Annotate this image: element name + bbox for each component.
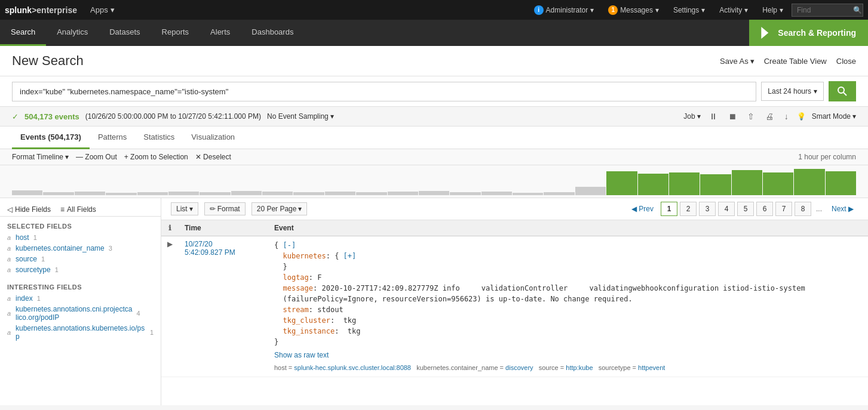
nav-analytics[interactable]: Analytics	[46, 20, 99, 46]
footer-sourcetype[interactable]: httpevent	[638, 364, 665, 371]
timeline-bar[interactable]	[513, 193, 543, 195]
timeline-bar[interactable]	[43, 192, 73, 195]
timeline-bar[interactable]	[481, 192, 512, 195]
field-name-source[interactable]: source	[16, 255, 37, 263]
field-name-sourcetype[interactable]: sourcetype	[16, 266, 51, 274]
nav-dashboards[interactable]: Dashboards	[241, 20, 304, 46]
page-8-button[interactable]: 8	[795, 202, 811, 216]
timeline-bar[interactable]	[544, 192, 574, 195]
search-bar-container: Last 24 hours ▾	[0, 76, 868, 107]
page-5-button[interactable]: 5	[737, 202, 754, 216]
page-6-button[interactable]: 6	[756, 202, 773, 216]
event-time[interactable]: 10/27/20 5:42:09.827 PM	[179, 236, 268, 377]
timeline-bar[interactable]	[356, 192, 387, 195]
download-icon[interactable]: ↓	[782, 110, 791, 122]
list-button[interactable]: List ▾	[171, 202, 198, 215]
page-4-button[interactable]: 4	[718, 202, 735, 216]
tab-events[interactable]: Events (504,173)	[12, 127, 90, 149]
field-name-psp[interactable]: kubernetes.annotations.kubernetes.io/psp	[16, 324, 146, 341]
timeline-bar[interactable]	[293, 192, 324, 195]
timeline-bar[interactable]	[200, 192, 230, 195]
search-button[interactable]	[829, 81, 856, 101]
find-input[interactable]	[797, 6, 851, 14]
timeline-bar[interactable]	[763, 172, 793, 195]
interesting-fields-title: INTERESTING FIELDS	[0, 281, 161, 293]
timeline-bar[interactable]	[826, 171, 856, 195]
print-icon[interactable]: 🖨	[763, 110, 776, 122]
job-button[interactable]: Job ▾	[683, 112, 700, 121]
table-header-row: ℹ Time Event	[161, 220, 868, 236]
timeline-bar[interactable]	[106, 193, 136, 195]
tab-patterns[interactable]: Patterns	[90, 127, 135, 149]
timeline-bar[interactable]	[75, 192, 105, 195]
close-button[interactable]: Close	[836, 57, 856, 66]
nav-help[interactable]: Help ▾	[756, 4, 789, 17]
timeline-bar[interactable]	[638, 174, 668, 195]
page-2-button[interactable]: 2	[680, 202, 697, 216]
footer-source[interactable]: http:kube	[566, 364, 593, 371]
timeline-bar[interactable]	[450, 192, 480, 195]
footer-container[interactable]: discovery	[505, 364, 533, 371]
timeline-bar[interactable]	[606, 171, 637, 195]
search-input[interactable]	[12, 82, 756, 101]
zoom-to-selection-button[interactable]: + Zoom to Selection	[124, 153, 188, 161]
nav-reports[interactable]: Reports	[151, 20, 200, 46]
timeline-bar[interactable]	[168, 192, 199, 195]
smart-mode-button[interactable]: Smart Mode ▾	[812, 112, 856, 121]
share-icon[interactable]: ⇧	[745, 110, 757, 122]
timeline-bar[interactable]	[575, 187, 606, 195]
timeline-bar[interactable]	[231, 191, 262, 195]
field-name-container[interactable]: kubernetes.container_name	[16, 244, 105, 252]
timeline-bar[interactable]	[325, 192, 355, 195]
next-button[interactable]: Next ▶	[827, 202, 858, 215]
timeline-bar[interactable]	[669, 172, 700, 195]
timeline-bar[interactable]	[137, 192, 168, 195]
search-reporting-button[interactable]: Search & Reporting	[749, 20, 868, 46]
nav-apps[interactable]: Apps ▾	[84, 0, 121, 20]
expand-icon[interactable]: ▶	[161, 236, 179, 377]
timeline-bar[interactable]	[700, 174, 731, 195]
timeline-chart[interactable]	[0, 165, 868, 198]
hide-fields-button[interactable]: ◁ Hide Fields	[7, 205, 51, 214]
nav-activity[interactable]: Activity ▾	[713, 4, 754, 17]
timeline-bar[interactable]	[732, 170, 762, 195]
field-name-index[interactable]: index	[16, 294, 33, 303]
page-1-button[interactable]: 1	[661, 202, 677, 216]
format-button[interactable]: ✏ Format	[204, 202, 246, 215]
field-name-host[interactable]: host	[16, 233, 29, 242]
nav-datasets[interactable]: Datasets	[99, 20, 151, 46]
per-page-button[interactable]: 20 Per Page ▾	[251, 202, 308, 215]
collapse-link[interactable]: [-]	[283, 241, 296, 249]
timeline-bar[interactable]	[262, 192, 293, 195]
page-7-button[interactable]: 7	[775, 202, 792, 216]
tab-visualization[interactable]: Visualization	[183, 127, 243, 149]
timeline-bar[interactable]	[12, 190, 42, 195]
footer-host[interactable]: splunk-hec.splunk.svc.cluster.local:8088	[294, 364, 411, 371]
save-as-button[interactable]: Save As ▾	[720, 57, 754, 66]
tab-statistics[interactable]: Statistics	[135, 127, 183, 149]
nav-search[interactable]: Search	[0, 20, 46, 46]
expand-kubernetes-link[interactable]: [+]	[343, 252, 357, 260]
show-raw-link[interactable]: Show as raw text	[274, 350, 862, 360]
all-fields-button[interactable]: ≡ All Fields	[60, 205, 96, 214]
find-box[interactable]: 🔍	[792, 4, 863, 17]
field-name-cni[interactable]: kubernetes.annotations.cni.projectcalico…	[16, 305, 132, 322]
tabs-bar: Events (504,173) Patterns Statistics Vis…	[0, 127, 868, 149]
timeline-bar[interactable]	[794, 169, 824, 195]
format-timeline-button[interactable]: Format Timeline ▾	[12, 153, 69, 161]
time-range-picker[interactable]: Last 24 hours ▾	[761, 82, 824, 101]
stop-icon[interactable]: ⏹	[726, 110, 739, 122]
timeline-bar[interactable]	[419, 191, 449, 195]
nav-messages[interactable]: 1 Messages ▾	[602, 3, 665, 17]
nav-settings[interactable]: Settings ▾	[667, 4, 711, 17]
page-3-button[interactable]: 3	[699, 202, 716, 216]
nav-administrator[interactable]: i Administrator ▾	[528, 3, 600, 17]
deselect-button[interactable]: ✕ Deselect	[195, 153, 231, 161]
pause-icon[interactable]: ⏸	[707, 110, 720, 122]
sampling-dropdown[interactable]: No Event Sampling ▾	[267, 112, 334, 121]
zoom-out-button[interactable]: — Zoom Out	[76, 153, 117, 161]
nav-alerts[interactable]: Alerts	[200, 20, 241, 46]
prev-button[interactable]: ◀ Prev	[627, 202, 658, 215]
timeline-bar[interactable]	[388, 192, 418, 195]
create-table-view-button[interactable]: Create Table View	[764, 57, 827, 66]
